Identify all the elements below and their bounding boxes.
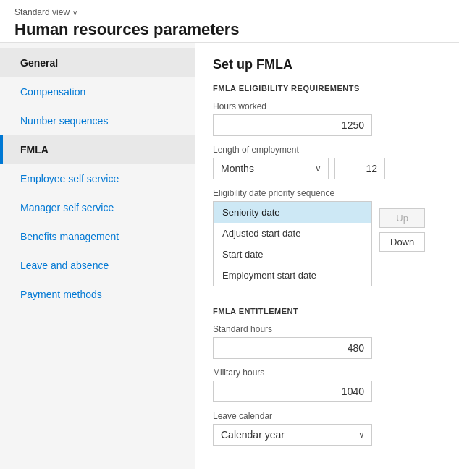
- military-hours-label: Military hours: [213, 367, 442, 378]
- hours-worked-input[interactable]: [213, 114, 372, 136]
- sidebar-item-fmla-label: FMLA: [20, 144, 49, 156]
- leave-calendar-dropdown[interactable]: Calendar year Fiscal year: [213, 424, 372, 446]
- standard-hours-group: Standard hours: [213, 324, 442, 359]
- standard-hours-label: Standard hours: [213, 324, 442, 334]
- top-bar: Standard view ∨ Human resources paramete…: [0, 0, 459, 43]
- sidebar-item-fmla[interactable]: FMLA: [0, 135, 195, 164]
- military-hours-input[interactable]: [213, 381, 372, 402]
- standard-view-chevron: ∨: [72, 9, 77, 17]
- length-of-employment-group: Length of employment Months Years Days ∨: [213, 145, 442, 179]
- sidebar-item-compensation[interactable]: Compensation: [0, 77, 195, 106]
- main-layout: General Compensation Number sequences FM…: [0, 43, 459, 469]
- priority-list-container: Eligibility date priority sequence Senio…: [213, 188, 372, 286]
- hours-worked-label: Hours worked: [213, 101, 442, 111]
- standard-hours-input[interactable]: [213, 337, 372, 359]
- sidebar-item-general-label: General: [20, 57, 58, 69]
- sidebar-item-number-sequences-label: Number sequences: [20, 115, 108, 127]
- length-row: Months Years Days ∨: [213, 158, 442, 179]
- content-area: Set up FMLA FMLA ELIGIBILITY REQUIREMENT…: [195, 43, 459, 469]
- eligibility-section-label: FMLA ELIGIBILITY REQUIREMENTS: [213, 84, 442, 93]
- sidebar-item-benefits-management-label: Benefits management: [20, 231, 119, 242]
- priority-item-adjusted-start-date[interactable]: Adjusted start date: [214, 223, 371, 244]
- content-section-title: Set up FMLA: [213, 57, 442, 72]
- sidebar: General Compensation Number sequences FM…: [0, 43, 195, 469]
- length-dropdown-wrapper: Months Years Days ∨: [213, 158, 329, 179]
- priority-row: Eligibility date priority sequence Senio…: [213, 188, 442, 295]
- sidebar-item-employee-self-service[interactable]: Employee self service: [0, 164, 195, 193]
- leave-calendar-group: Leave calendar Calendar year Fiscal year…: [213, 411, 442, 446]
- military-hours-group: Military hours: [213, 367, 442, 402]
- sidebar-item-compensation-label: Compensation: [20, 86, 85, 98]
- up-button[interactable]: Up: [379, 208, 425, 228]
- sidebar-item-leave-and-absence[interactable]: Leave and absence: [0, 251, 195, 280]
- sidebar-item-number-sequences[interactable]: Number sequences: [0, 106, 195, 135]
- sidebar-item-employee-self-service-label: Employee self service: [20, 173, 119, 184]
- entitlement-section-label: FMLA ENTITLEMENT: [213, 307, 442, 315]
- sidebar-item-benefits-management[interactable]: Benefits management: [0, 222, 195, 251]
- priority-button-group: Up Down: [379, 208, 425, 252]
- priority-item-start-date[interactable]: Start date: [214, 244, 371, 265]
- down-button[interactable]: Down: [379, 232, 425, 252]
- standard-view-toggle[interactable]: Standard view ∨: [14, 7, 445, 17]
- entitlement-section: FMLA ENTITLEMENT Standard hours Military…: [213, 307, 442, 446]
- page-title: Human resources parameters: [14, 20, 445, 39]
- sidebar-item-manager-self-service[interactable]: Manager self service: [0, 193, 195, 222]
- leave-calendar-label: Leave calendar: [213, 411, 442, 421]
- priority-item-employment-start-date[interactable]: Employment start date: [214, 265, 371, 286]
- sidebar-item-payment-methods-label: Payment methods: [20, 289, 102, 300]
- priority-list: Seniority date Adjusted start date Start…: [213, 201, 372, 286]
- priority-item-seniority-date[interactable]: Seniority date: [214, 202, 371, 223]
- length-of-employment-label: Length of employment: [213, 145, 442, 155]
- leave-calendar-dropdown-wrapper: Calendar year Fiscal year ∨: [213, 424, 372, 446]
- priority-list-label: Eligibility date priority sequence: [213, 188, 372, 198]
- sidebar-item-manager-self-service-label: Manager self service: [20, 202, 114, 213]
- standard-view-label: Standard view: [14, 7, 70, 17]
- length-dropdown[interactable]: Months Years Days: [213, 158, 329, 179]
- hours-worked-group: Hours worked: [213, 101, 442, 136]
- sidebar-item-general[interactable]: General: [0, 48, 195, 77]
- length-number-input[interactable]: [334, 158, 385, 179]
- sidebar-item-payment-methods[interactable]: Payment methods: [0, 280, 195, 309]
- sidebar-item-leave-and-absence-label: Leave and absence: [20, 260, 109, 271]
